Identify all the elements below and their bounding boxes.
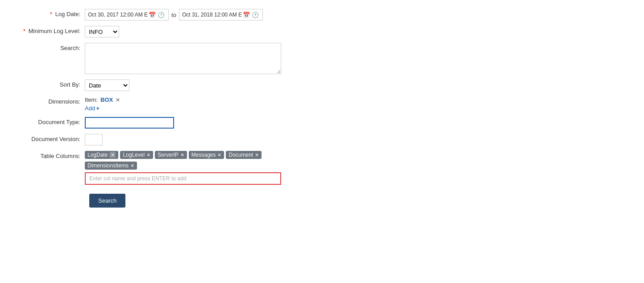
tag-logdate: LogDate ✕ [85,151,118,159]
tags-row: LogDate ✕ LogLevel ✕ ServerIP ✕ Messages… [85,151,281,159]
document-version-input[interactable] [85,134,103,146]
search-row: Search: [18,43,384,74]
required-star: * [50,11,52,17]
tag-logdate-remove[interactable]: ✕ [109,152,116,158]
tag-serverip: ServerIP ✕ [155,151,187,159]
table-columns-row: Table Columns: LogDate ✕ LogLevel ✕ Serv… [18,151,384,185]
min-log-level-controls: INFO DEBUG WARN ERROR [85,26,384,37]
tag-serverip-remove[interactable]: ✕ [180,153,184,158]
tag-document-remove[interactable]: ✕ [255,153,259,158]
tag-messages: Messages ✕ [189,151,224,159]
col-name-input[interactable] [85,172,281,185]
sort-by-label: Sort By: [18,79,85,88]
dimensions-row: Dimensions: Item: BOX ✕ Add + [18,96,384,112]
form-container: * Log Date: Oct 30, 2017 12:00 AM E 📅 🕐 … [0,0,402,216]
search-textarea[interactable] [85,43,281,74]
document-type-label: Document Type: [18,117,85,125]
min-log-level-select[interactable]: INFO DEBUG WARN ERROR [85,26,119,37]
log-date-to-calendar-icon[interactable]: 📅 [242,12,251,18]
table-columns-controls: LogDate ✕ LogLevel ✕ ServerIP ✕ Messages… [85,151,384,185]
dimensions-items: Item: BOX ✕ [85,96,123,103]
add-dimension-link[interactable]: Add + [85,105,100,112]
document-type-input[interactable] [85,117,174,129]
add-dimension-wrap: Add + [85,105,100,112]
document-type-controls [85,117,384,129]
tag-dimensionsitems-remove[interactable]: ✕ [130,163,134,168]
tag-loglevel: LogLevel ✕ [120,151,153,159]
document-type-row: Document Type: [18,117,384,129]
log-date-to-time-icon[interactable]: 🕐 [251,12,260,18]
required-star-2: * [23,28,25,34]
document-version-label: Document Version: [18,134,85,142]
dimension-box-remove[interactable]: ✕ [116,97,120,103]
log-date-row: * Log Date: Oct 30, 2017 12:00 AM E 📅 🕐 … [18,9,384,21]
tags-row-2: DimensionsItems ✕ [85,162,281,170]
search-controls [85,43,384,74]
table-columns-wrap: LogDate ✕ LogLevel ✕ ServerIP ✕ Messages… [85,151,281,185]
log-date-label: * Log Date: [18,9,85,17]
sort-by-select[interactable]: Date Level Message [85,79,129,91]
search-button-row: Search [18,190,384,208]
sort-by-row: Sort By: Date Level Message [18,79,384,91]
log-date-controls: Oct 30, 2017 12:00 AM E 📅 🕐 to Oct 31, 2… [85,9,384,21]
min-log-level-row: * Minimum Log Level: INFO DEBUG WARN ERR… [18,26,384,37]
log-date-from: Oct 30, 2017 12:00 AM E 📅 🕐 [85,9,169,21]
document-version-row: Document Version: [18,134,384,146]
tag-loglevel-remove[interactable]: ✕ [146,153,150,158]
sort-by-controls: Date Level Message [85,79,384,91]
table-columns-label: Table Columns: [18,151,85,159]
search-button[interactable]: Search [89,194,125,208]
log-date-from-time-icon[interactable]: 🕐 [157,12,166,18]
add-plus-icon: + [96,105,100,112]
log-date-from-calendar-icon[interactable]: 📅 [148,12,157,18]
tag-document: Document ✕ [226,151,262,159]
search-label: Search: [18,43,85,51]
dimension-box-value: BOX [100,96,113,103]
tag-dimensionsitems: DimensionsItems ✕ [85,162,137,170]
document-version-controls [85,134,384,146]
log-date-to: Oct 31, 2018 12:00 AM E 📅 🕐 [179,9,263,21]
tag-messages-remove[interactable]: ✕ [217,153,221,158]
min-log-level-label: * Minimum Log Level: [18,26,85,34]
dimensions-controls: Item: BOX ✕ Add + [85,96,384,112]
dimensions-label: Dimensions: [18,96,85,105]
